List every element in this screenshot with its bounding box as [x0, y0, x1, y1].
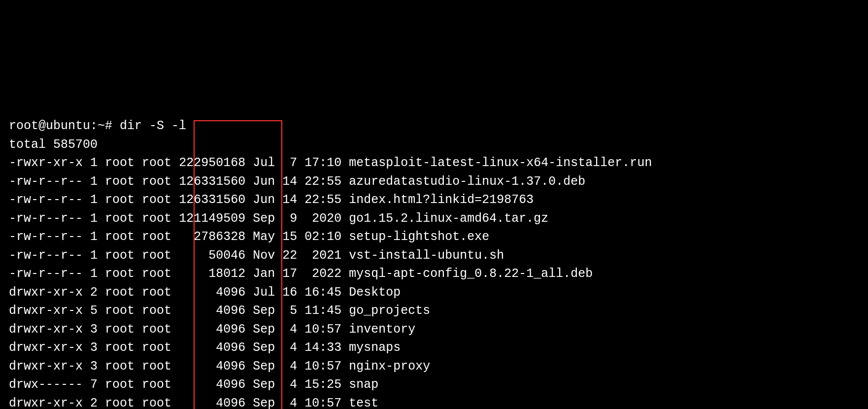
- file-size: 126331560: [179, 174, 245, 189]
- file-entry: drwxr-xr-x 3 root root 4096 Sep 4 10:57 …: [9, 357, 859, 376]
- file-links: 1: [90, 267, 98, 281]
- file-month: Sep: [253, 396, 275, 409]
- file-name: vst-install-ubuntu.sh: [349, 248, 504, 263]
- file-entry: -rw-r--r-- 1 root root 121149509 Sep 9 2…: [9, 209, 859, 228]
- file-owner: root: [105, 341, 134, 355]
- file-size: 18012: [179, 267, 245, 281]
- file-day: 7: [282, 156, 297, 170]
- file-links: 2: [90, 285, 98, 300]
- file-time: 11:45: [304, 304, 341, 318]
- file-day: 4: [282, 359, 297, 374]
- file-owner: root: [105, 396, 134, 409]
- file-name: Desktop: [349, 285, 401, 300]
- file-month: Sep: [253, 359, 275, 374]
- file-time: 2021: [304, 248, 341, 263]
- file-size: 4096: [179, 322, 245, 337]
- file-group: root: [142, 230, 171, 244]
- file-day: 14: [282, 193, 297, 207]
- file-links: 5: [90, 304, 98, 318]
- file-links: 1: [90, 174, 98, 189]
- file-time: 2020: [304, 211, 341, 226]
- file-name: test: [349, 396, 378, 409]
- file-group: root: [142, 359, 171, 374]
- file-links: 1: [90, 230, 98, 244]
- file-perms: -rw-r--r--: [9, 248, 83, 263]
- file-day: 4: [282, 377, 297, 392]
- file-group: root: [142, 304, 171, 318]
- file-month: Jun: [253, 174, 275, 189]
- file-month: Sep: [253, 341, 275, 355]
- shell-command: dir -S -l: [120, 119, 186, 133]
- file-size: 126331560: [179, 193, 245, 207]
- file-size: 222950168: [179, 156, 245, 170]
- file-links: 1: [90, 193, 98, 207]
- file-day: 14: [282, 174, 297, 189]
- file-owner: root: [105, 267, 134, 281]
- file-entry: -rw-r--r-- 1 root root 126331560 Jun 14 …: [9, 172, 859, 191]
- file-owner: root: [105, 193, 134, 207]
- file-day: 17: [282, 267, 297, 281]
- file-size: 50046: [179, 248, 245, 263]
- file-owner: root: [105, 322, 134, 337]
- file-size: 4096: [179, 341, 245, 355]
- file-group: root: [142, 156, 171, 170]
- file-links: 1: [90, 248, 98, 263]
- file-perms: drwxr-xr-x: [9, 304, 83, 318]
- file-name: setup-lightshot.exe: [349, 230, 489, 244]
- file-links: 3: [90, 359, 98, 374]
- file-owner: root: [105, 230, 134, 244]
- file-time: 16:45: [304, 285, 341, 300]
- file-month: May: [253, 230, 275, 244]
- file-day: 16: [282, 285, 297, 300]
- file-time: 10:57: [304, 396, 341, 409]
- file-links: 7: [90, 377, 98, 392]
- file-perms: drwx------: [9, 377, 83, 392]
- file-size: 4096: [179, 377, 245, 392]
- file-size: 4096: [179, 285, 245, 300]
- file-size: 4096: [179, 359, 245, 374]
- file-name: mysnaps: [349, 341, 401, 355]
- file-group: root: [142, 341, 171, 355]
- file-owner: root: [105, 359, 134, 374]
- file-month: Jan: [253, 267, 275, 281]
- file-time: 02:10: [304, 230, 341, 244]
- file-perms: drwxr-xr-x: [9, 359, 83, 374]
- file-name: nginx-proxy: [349, 359, 430, 374]
- file-links: 2: [90, 396, 98, 409]
- file-entry: -rw-r--r-- 1 root root 18012 Jan 17 2022…: [9, 265, 859, 283]
- file-month: Sep: [253, 377, 275, 392]
- file-day: 4: [282, 341, 297, 355]
- file-time: 14:33: [304, 341, 341, 355]
- file-name: inventory: [349, 322, 415, 337]
- file-perms: -rw-r--r--: [9, 174, 83, 189]
- terminal-output[interactable]: root@ubuntu:~# dir -S -ltotal 585700-rwx…: [9, 80, 859, 409]
- file-owner: root: [105, 285, 134, 300]
- file-perms: drwxr-xr-x: [9, 341, 83, 355]
- file-owner: root: [105, 156, 134, 170]
- file-size: 4096: [179, 304, 245, 318]
- file-name: go_projects: [349, 304, 430, 318]
- total-value: 585700: [53, 137, 98, 152]
- file-entry: -rwxr-xr-x 1 root root 222950168 Jul 7 1…: [9, 154, 859, 172]
- total-line: total 585700: [9, 136, 859, 154]
- file-owner: root: [105, 248, 134, 263]
- file-group: root: [142, 322, 171, 337]
- file-time: 10:57: [304, 322, 341, 337]
- file-perms: -rw-r--r--: [9, 267, 83, 281]
- total-label: total: [9, 137, 46, 152]
- file-size: 2786328: [179, 230, 245, 244]
- file-name: metasploit-latest-linux-x64-installer.ru…: [349, 156, 652, 170]
- file-perms: -rw-r--r--: [9, 193, 83, 207]
- file-time: 22:55: [304, 193, 341, 207]
- file-time: 17:10: [304, 156, 341, 170]
- file-name: snap: [349, 377, 378, 392]
- file-time: 22:55: [304, 174, 341, 189]
- file-month: Sep: [253, 322, 275, 337]
- file-entry: drwxr-xr-x 3 root root 4096 Sep 4 10:57 …: [9, 320, 859, 339]
- file-size: 121149509: [179, 211, 245, 226]
- file-perms: -rwxr-xr-x: [9, 156, 83, 170]
- file-month: Sep: [253, 211, 275, 226]
- file-day: 5: [282, 304, 297, 318]
- file-group: root: [142, 174, 171, 189]
- file-month: Nov: [253, 248, 275, 263]
